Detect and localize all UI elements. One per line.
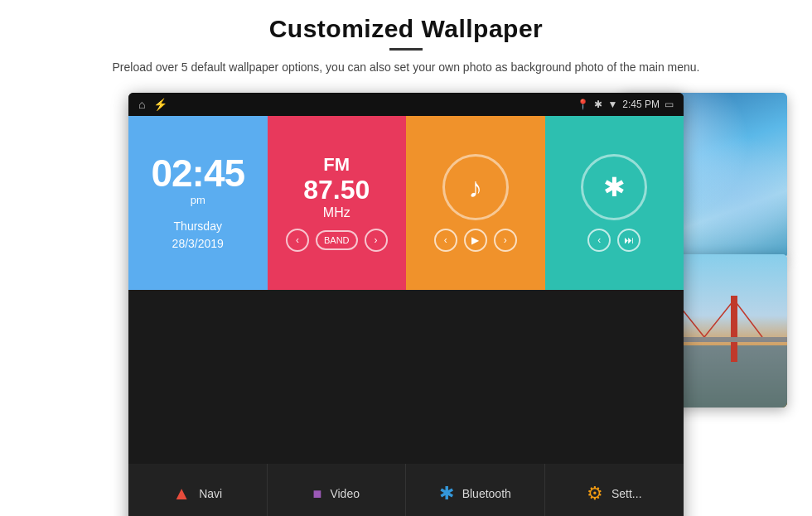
music-play-button[interactable]: ▶ [464,229,487,252]
radio-frequency: 87.50 [303,176,370,205]
nav-settings[interactable]: ⚙ Sett... [545,464,684,516]
settings-label: Sett... [611,487,642,500]
clock-tile[interactable]: 02:45 pm Thursday 28/3/2019 [128,116,268,290]
nav-bluetooth[interactable]: ✱ Bluetooth [406,464,545,516]
music-next-button[interactable]: › [494,229,517,252]
status-right: 📍 ✱ ▼ 2:45 PM ▭ [577,99,674,110]
battery-icon: ▭ [665,99,674,110]
radio-prev-button[interactable]: ‹ [286,229,309,252]
clock-date: Thursday 28/3/2019 [172,218,224,253]
content-area: ⌂ ⚡ 📍 ✱ ▼ 2:45 PM ▭ 02:45 pm Thursday 28… [0,93,812,516]
location-icon: 📍 [577,99,589,110]
usb-icon: ⚡ [153,98,167,111]
wifi-icon: ▼ [607,99,617,110]
radio-next-button[interactable]: › [365,229,388,252]
video-label: Video [330,487,360,500]
title-divider [389,48,423,51]
music-note-icon: ♪ [468,171,482,204]
bluetooth-icon-circle: ✱ [581,154,647,220]
radio-controls: ‹ BAND › [286,229,388,252]
settings-icon: ⚙ [587,483,603,504]
svg-rect-3 [731,296,737,362]
bt-next-button[interactable]: ⏭ [617,229,640,252]
nav-row: ▲ Navi ■ Video ✱ Bluetooth ⚙ Sett... [128,464,684,516]
music-tile[interactable]: ♪ ‹ ▶ › [406,116,545,290]
music-prev-button[interactable]: ‹ [434,229,457,252]
nav-navi[interactable]: ▲ Navi [128,464,268,516]
radio-unit: MHz [323,205,350,220]
main-grid: 02:45 pm Thursday 28/3/2019 FM 87.50 MHz… [128,116,684,464]
status-bar: ⌂ ⚡ 📍 ✱ ▼ 2:45 PM ▭ [128,93,684,116]
clock-ampm: pm [191,194,205,206]
nav-bluetooth-icon: ✱ [439,483,454,504]
music-controls: ‹ ▶ › [434,229,517,252]
device-screen: ⌂ ⚡ 📍 ✱ ▼ 2:45 PM ▭ 02:45 pm Thursday 28… [128,93,684,516]
radio-band-button[interactable]: BAND [316,230,358,250]
status-left: ⌂ ⚡ [138,98,167,111]
video-icon: ■ [313,485,322,503]
radio-tile[interactable]: FM 87.50 MHz ‹ BAND › [268,116,407,290]
navi-label: Navi [199,487,222,500]
bluetooth-label: Bluetooth [462,487,511,500]
bluetooth-tile-icon: ✱ [603,171,626,203]
page-header: Customized Wallpaper Preload over 5 defa… [0,0,812,84]
page-subtitle: Preload over 5 default wallpaper options… [50,59,762,76]
home-icon: ⌂ [138,98,145,111]
bt-controls: ‹ ⏭ [587,229,640,252]
nav-video[interactable]: ■ Video [268,464,407,516]
clock-time: 02:45 [151,154,244,192]
bluetooth-tile[interactable]: ✱ ‹ ⏭ [545,116,684,290]
page-title: Customized Wallpaper [50,15,762,43]
music-icon-circle: ♪ [442,154,509,220]
bluetooth-status-icon: ✱ [594,99,602,110]
status-time: 2:45 PM [622,99,660,110]
navi-icon: ▲ [172,483,191,504]
radio-band: FM [323,154,350,176]
bt-prev-button[interactable]: ‹ [587,229,611,252]
